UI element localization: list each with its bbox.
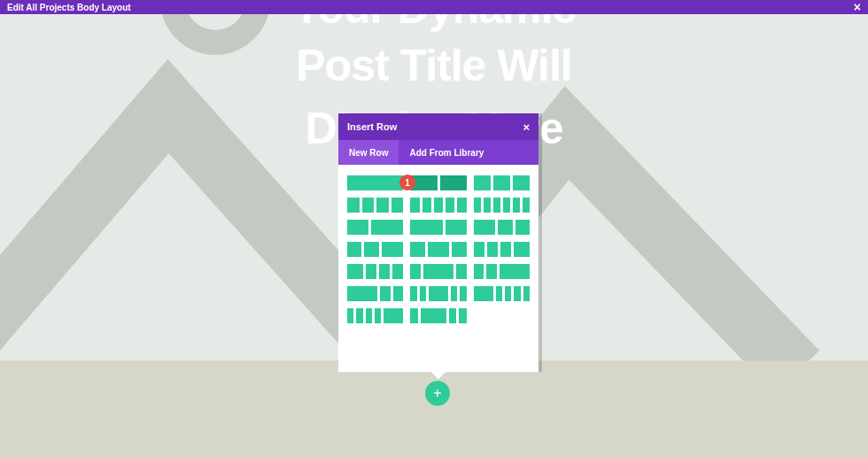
- layout-col: [496, 286, 502, 301]
- layout-col: [474, 286, 493, 301]
- row-layout-option[interactable]: [474, 242, 530, 257]
- tab-new-row[interactable]: New Row: [338, 140, 399, 165]
- layout-col: [382, 242, 404, 257]
- row-layout-option[interactable]: [410, 242, 466, 257]
- insert-row-modal: Insert Row × New Row Add From Library 1: [338, 113, 539, 372]
- layout-col: [364, 242, 378, 257]
- layout-col: [446, 198, 454, 213]
- top-bar: Edit All Projects Body Layout ×: [0, 0, 868, 14]
- layout-col: [366, 264, 376, 279]
- layout-col: [474, 220, 496, 235]
- row-layout-option[interactable]: [347, 286, 403, 301]
- layout-col: [347, 175, 403, 190]
- row-layout-option[interactable]: [347, 175, 403, 190]
- row-layout-option[interactable]: [410, 198, 466, 213]
- layout-col: [487, 242, 498, 257]
- layout-col: [514, 242, 530, 257]
- plus-icon: +: [433, 385, 441, 401]
- layout-col: [410, 264, 420, 279]
- layout-col: [376, 198, 389, 213]
- layout-col: [393, 286, 403, 301]
- layout-col: [410, 198, 419, 213]
- layout-col: [420, 286, 426, 301]
- layout-col: [474, 264, 484, 279]
- layout-col: [493, 198, 500, 213]
- layout-col: [505, 286, 511, 301]
- layout-col: [513, 198, 520, 213]
- close-icon[interactable]: ×: [854, 1, 861, 13]
- row-layout-option[interactable]: [474, 175, 530, 190]
- layout-col: [459, 308, 466, 323]
- row-layout-option[interactable]: [347, 198, 403, 213]
- row-layout-option[interactable]: [410, 308, 466, 323]
- layout-col: [460, 286, 466, 301]
- layout-col: [452, 242, 466, 257]
- layout-col: [366, 308, 372, 323]
- modal-body: [338, 165, 539, 372]
- layout-col: [515, 220, 530, 235]
- layout-col: [422, 198, 431, 213]
- layout-col: [371, 220, 403, 235]
- layout-col: [429, 286, 448, 301]
- layout-col: [500, 264, 530, 279]
- layout-col: [421, 308, 446, 323]
- row-layout-option[interactable]: [474, 286, 530, 301]
- layout-col: [375, 308, 381, 323]
- layout-col: [498, 220, 512, 235]
- layout-col: [440, 175, 467, 190]
- row-layout-option[interactable]: [347, 242, 403, 257]
- row-layout-option[interactable]: [347, 308, 403, 323]
- row-layout-option[interactable]: [410, 175, 466, 190]
- layout-col: [347, 264, 363, 279]
- layout-col: [410, 308, 417, 323]
- layout-col: [434, 198, 443, 213]
- row-layout-option[interactable]: [474, 264, 530, 279]
- layout-col: [362, 198, 375, 213]
- layout-col: [446, 220, 467, 235]
- layout-col: [356, 308, 362, 323]
- layout-col: [503, 198, 510, 213]
- modal-pointer-icon: [431, 372, 446, 379]
- layout-col: [513, 175, 530, 190]
- annotation-badge: 1: [399, 175, 415, 190]
- top-bar-title: Edit All Projects Body Layout: [7, 3, 131, 12]
- row-layout-option[interactable]: [410, 286, 466, 301]
- layout-col: [384, 308, 403, 323]
- layout-col: [474, 198, 481, 213]
- layout-col: [474, 242, 484, 257]
- row-layout-option[interactable]: [347, 264, 403, 279]
- layout-col: [347, 308, 353, 323]
- layout-col: [484, 198, 491, 213]
- layout-col: [380, 286, 390, 301]
- layout-col: [423, 264, 453, 279]
- layout-col: [456, 264, 466, 279]
- layout-col: [523, 198, 530, 213]
- layout-col: [428, 242, 450, 257]
- layout-col: [410, 286, 416, 301]
- add-row-button[interactable]: +: [425, 381, 450, 406]
- row-layout-option[interactable]: [347, 220, 403, 235]
- row-layout-option[interactable]: [410, 264, 466, 279]
- layout-col: [347, 242, 361, 257]
- layout-col: [457, 198, 466, 213]
- row-layout-option[interactable]: [474, 220, 530, 235]
- layout-col: [410, 242, 424, 257]
- layout-col: [391, 198, 404, 213]
- modal-title: Insert Row: [347, 121, 397, 132]
- row-layout-option[interactable]: [410, 220, 466, 235]
- modal-tabs: New Row Add From Library: [338, 140, 539, 165]
- layout-col: [392, 264, 403, 279]
- layout-col: [514, 286, 520, 301]
- layout-col: [493, 175, 510, 190]
- modal-header: Insert Row ×: [338, 113, 539, 140]
- layout-col: [523, 286, 530, 301]
- tab-add-from-library[interactable]: Add From Library: [399, 140, 494, 165]
- layout-col: [474, 175, 491, 190]
- layout-col: [500, 242, 511, 257]
- layout-col: [347, 198, 360, 213]
- layout-col: [347, 220, 368, 235]
- layout-col: [347, 286, 377, 301]
- layout-col: [451, 286, 457, 301]
- row-layout-option[interactable]: [474, 198, 530, 213]
- modal-close-icon[interactable]: ×: [523, 120, 530, 134]
